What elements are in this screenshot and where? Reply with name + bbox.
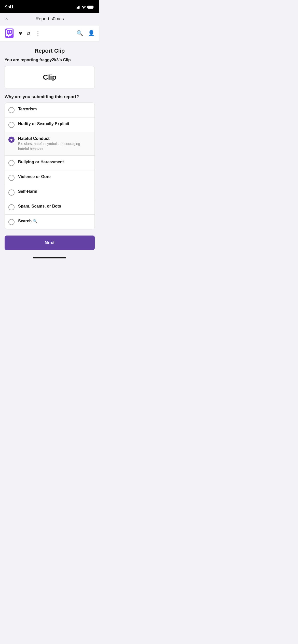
radio-violence[interactable] — [8, 175, 15, 181]
next-button[interactable]: Next — [5, 236, 95, 250]
search-icon[interactable]: 🔍 — [76, 30, 83, 37]
option-violence-text: Violence or Gore — [18, 174, 51, 179]
radio-spam[interactable] — [8, 204, 15, 210]
option-nudity[interactable]: Nudity or Sexually Explicit — [5, 118, 94, 132]
option-spam-text: Spam, Scams, or Bots — [18, 204, 61, 209]
nav-bar: × Report s0mcs — [0, 13, 99, 25]
twitch-logo[interactable] — [5, 28, 14, 38]
option-hateful[interactable]: Hateful Conduct Ex. slurs, hateful symbo… — [5, 132, 94, 156]
radio-terrorism[interactable] — [8, 107, 15, 113]
toolbar-right: 🔍 👤 — [76, 30, 95, 37]
radio-nudity[interactable] — [8, 122, 15, 128]
option-terrorism[interactable]: Terrorism — [5, 103, 94, 118]
option-bullying[interactable]: Bullying or Harassment — [5, 156, 94, 170]
profile-icon[interactable]: 👤 — [88, 30, 95, 37]
why-label: Why are you submitting this report? — [5, 94, 95, 99]
option-search[interactable]: Search 🔍 — [5, 215, 94, 229]
option-violence[interactable]: Violence or Gore — [5, 170, 94, 185]
radio-bullying[interactable] — [8, 160, 15, 166]
reporting-label: You are reporting fraggy2k3's Clip — [5, 58, 95, 62]
report-reason-list: Terrorism Nudity or Sexually Explicit Ha… — [5, 103, 95, 229]
next-button-wrap: Next — [0, 236, 99, 255]
wifi-icon — [82, 6, 86, 9]
radio-selfharm[interactable] — [8, 189, 15, 196]
battery-icon — [87, 6, 94, 9]
option-hateful-text: Hateful Conduct Ex. slurs, hateful symbo… — [18, 136, 91, 151]
close-button[interactable]: × — [5, 16, 8, 22]
copy-icon[interactable]: ⧉ — [27, 31, 30, 36]
home-indicator — [0, 255, 99, 260]
toolbar-left: ♥ ⧉ ⋮ — [5, 28, 41, 38]
svg-rect-3 — [8, 31, 9, 33]
option-nudity-text: Nudity or Sexually Explicit — [18, 122, 69, 126]
option-terrorism-text: Terrorism — [18, 107, 37, 111]
clip-box-label: Clip — [43, 73, 57, 81]
search-inline-icon: 🔍 — [33, 219, 37, 223]
more-icon[interactable]: ⋮ — [35, 30, 41, 37]
home-bar — [33, 257, 66, 258]
twitch-toolbar: ♥ ⧉ ⋮ 🔍 👤 — [0, 25, 99, 41]
svg-point-0 — [84, 8, 84, 9]
status-icons — [76, 6, 94, 9]
option-bullying-text: Bullying or Harassment — [18, 160, 64, 164]
radio-hateful[interactable] — [8, 137, 15, 143]
option-selfharm-text: Self-Harm — [18, 189, 37, 194]
radio-search[interactable] — [8, 219, 15, 225]
status-bar: 9:41 — [0, 0, 99, 13]
option-selfharm[interactable]: Self-Harm — [5, 185, 94, 200]
like-icon[interactable]: ♥ — [19, 30, 22, 37]
svg-rect-2 — [10, 31, 11, 33]
option-spam[interactable]: Spam, Scams, or Bots — [5, 200, 94, 215]
signal-icon — [76, 6, 80, 9]
nav-title: Report s0mcs — [35, 16, 64, 22]
clip-preview-box: Clip — [5, 66, 95, 89]
option-search-text: Search 🔍 — [18, 219, 37, 223]
main-content: Report Clip You are reporting fraggy2k3'… — [0, 41, 99, 236]
status-time: 9:41 — [5, 5, 13, 10]
page-title: Report Clip — [5, 48, 95, 54]
